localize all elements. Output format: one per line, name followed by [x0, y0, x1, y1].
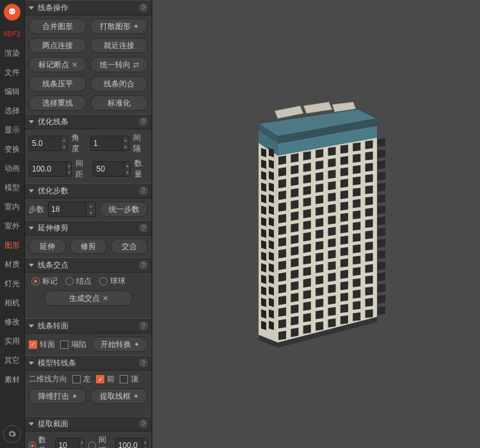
- nav-item-14[interactable]: 修改: [0, 312, 24, 332]
- help-icon[interactable]: ?: [139, 321, 148, 330]
- flatten-button[interactable]: 线条压平: [29, 76, 86, 92]
- reduce-dim-button[interactable]: 降维打击✦: [29, 388, 86, 404]
- svg-rect-79: [328, 227, 336, 236]
- svg-rect-113: [303, 278, 311, 288]
- extend-button[interactable]: 延伸: [29, 239, 66, 254]
- section-header-opt-step[interactable]: 优化步数 ?: [25, 183, 152, 198]
- merge-shapes-button[interactable]: 合并图形: [29, 19, 86, 34]
- gap-value-input[interactable]: ▲▼: [90, 136, 129, 151]
- extract-wire-button[interactable]: 提取线框✦: [90, 388, 148, 404]
- section-header-opt-line[interactable]: 优化线条 ?: [25, 114, 152, 129]
- svg-rect-55: [365, 186, 373, 195]
- extract-count-input[interactable]: ▲▼: [55, 438, 84, 448]
- svg-rect-155: [378, 306, 385, 315]
- nav-item-8[interactable]: 室内: [0, 197, 24, 216]
- svg-rect-149: [303, 324, 311, 334]
- nav-item-4[interactable]: 显示: [0, 120, 24, 140]
- nav-item-2[interactable]: 编辑: [0, 82, 24, 101]
- svg-rect-25: [328, 158, 336, 167]
- section-header-extract[interactable]: 提取截面 ?: [25, 416, 152, 431]
- svg-rect-106: [328, 261, 336, 270]
- nav-item-1[interactable]: 文件: [0, 63, 24, 82]
- generate-intersect-button[interactable]: 生成交点✕: [44, 291, 132, 306]
- nav-item-3[interactable]: 选择: [0, 101, 24, 120]
- svg-rect-144: [353, 301, 360, 310]
- radio-count[interactable]: 数量: [29, 435, 51, 448]
- help-icon[interactable]: ?: [139, 419, 148, 428]
- step-input[interactable]: ▲▼: [48, 202, 96, 217]
- svg-rect-42: [316, 184, 323, 193]
- check-front[interactable]: 前: [96, 374, 115, 385]
- check-top[interactable]: 顶: [120, 374, 138, 385]
- svg-rect-127: [365, 275, 373, 284]
- extract-dist-input[interactable]: ▲▼: [115, 438, 148, 448]
- connect-two-button[interactable]: 两点连接: [29, 38, 86, 53]
- help-icon[interactable]: ?: [139, 117, 148, 126]
- section-header-line-ops[interactable]: 线条操作 ?: [25, 0, 152, 15]
- robot-icon: [7, 7, 17, 17]
- nav-item-12[interactable]: 灯光: [0, 274, 24, 293]
- svg-rect-57: [278, 214, 286, 223]
- mark-break-button[interactable]: 标记断点✕: [29, 57, 86, 72]
- count-value-input[interactable]: ▲▼: [93, 161, 130, 177]
- angle-value-input[interactable]: ▲▼: [29, 136, 68, 151]
- normalize-button[interactable]: 标准化: [90, 95, 148, 111]
- svg-rect-38: [378, 161, 385, 170]
- close-line-button[interactable]: 线条闭合: [90, 76, 148, 92]
- section-header-model-line[interactable]: 模型转线条 ?: [25, 355, 152, 371]
- nav-item-6[interactable]: 动画: [0, 159, 24, 178]
- help-icon[interactable]: ?: [139, 186, 148, 195]
- nav-item-7[interactable]: 模型: [0, 178, 24, 197]
- svg-rect-30: [278, 179, 286, 188]
- help-icon[interactable]: ?: [139, 223, 148, 232]
- radio-mark[interactable]: 标记: [31, 276, 58, 287]
- app-logo[interactable]: [4, 4, 20, 20]
- svg-rect-140: [303, 313, 311, 323]
- svg-rect-50: [303, 197, 311, 207]
- help-icon[interactable]: ?: [139, 260, 148, 269]
- nav-item-9[interactable]: 室外: [0, 216, 24, 236]
- svg-rect-81: [353, 221, 360, 230]
- section-header-to-face[interactable]: 线条转面 ?: [25, 318, 152, 333]
- check-to-face[interactable]: 转面: [29, 339, 55, 350]
- svg-rect-143: [340, 304, 348, 313]
- section-header-extend-trim[interactable]: 延伸修剪 ?: [25, 220, 152, 236]
- settings-button[interactable]: [3, 425, 21, 443]
- nav-item-13[interactable]: 相机: [0, 293, 24, 312]
- svg-rect-21: [278, 167, 286, 177]
- start-convert-button[interactable]: 开始转换✦: [92, 337, 148, 352]
- svg-rect-139: [291, 316, 298, 326]
- connect-near-button[interactable]: 就近连接: [90, 38, 148, 53]
- nav-item-17[interactable]: 素材: [0, 370, 24, 389]
- svg-rect-137: [378, 284, 385, 292]
- check-left[interactable]: 左: [72, 374, 91, 385]
- radio-knot[interactable]: 结点: [65, 276, 92, 287]
- svg-rect-124: [328, 284, 336, 293]
- help-icon[interactable]: ?: [139, 358, 148, 367]
- radio-sphere[interactable]: 球球: [99, 276, 125, 287]
- viewport-3d[interactable]: [152, 0, 480, 448]
- check-dent[interactable]: 塌陷: [60, 339, 86, 350]
- nav-item-0[interactable]: 渲染: [0, 44, 24, 63]
- svg-rect-61: [328, 204, 336, 213]
- nav-item-15[interactable]: 实用: [0, 332, 24, 351]
- reselect-button[interactable]: 选择重线: [29, 95, 86, 111]
- help-icon[interactable]: ?: [139, 3, 148, 12]
- svg-rect-105: [316, 264, 323, 273]
- meet-button[interactable]: 交合: [111, 239, 148, 254]
- radio-dist[interactable]: 间距: [88, 435, 111, 448]
- svg-rect-96: [316, 253, 323, 262]
- nav-item-11[interactable]: 材质: [0, 255, 24, 274]
- svg-rect-142: [328, 307, 336, 316]
- unify-dir-button[interactable]: 统一转向⇄: [90, 57, 148, 72]
- break-shapes-button[interactable]: 打散图形✦: [90, 19, 148, 34]
- nav-item-10[interactable]: 图形: [0, 236, 24, 255]
- nav-item-16[interactable]: 其它: [0, 351, 24, 370]
- spacing-value-input[interactable]: ▲▼: [29, 161, 72, 177]
- trim-button[interactable]: 修剪: [70, 239, 107, 254]
- nav-item-5[interactable]: 变换: [0, 140, 24, 159]
- unify-step-button[interactable]: 统一步数: [100, 202, 148, 217]
- section-header-intersect[interactable]: 线条交点 ?: [25, 257, 152, 273]
- svg-rect-129: [278, 307, 286, 317]
- svg-rect-132: [316, 298, 323, 307]
